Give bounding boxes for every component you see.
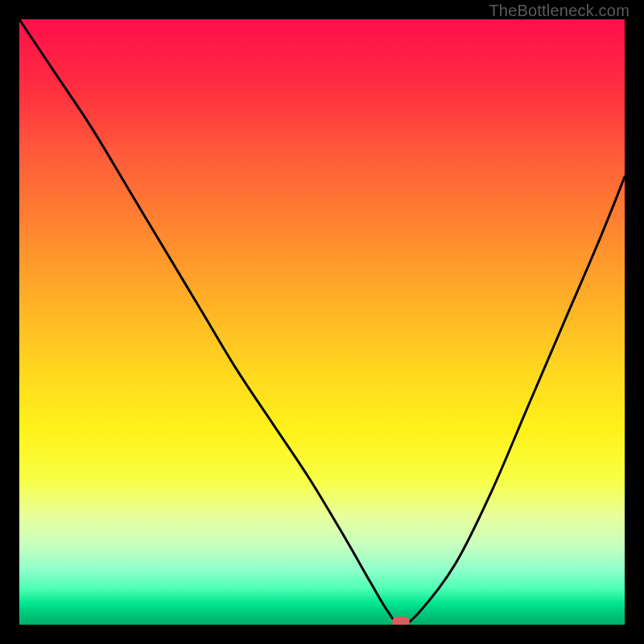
- chart-frame: TheBottleneck.com: [0, 0, 644, 644]
- curve-path: [19, 19, 625, 625]
- watermark-text: TheBottleneck.com: [489, 2, 630, 20]
- plot-area: [19, 19, 625, 625]
- minimum-marker: [392, 617, 410, 625]
- bottleneck-curve: [19, 19, 625, 625]
